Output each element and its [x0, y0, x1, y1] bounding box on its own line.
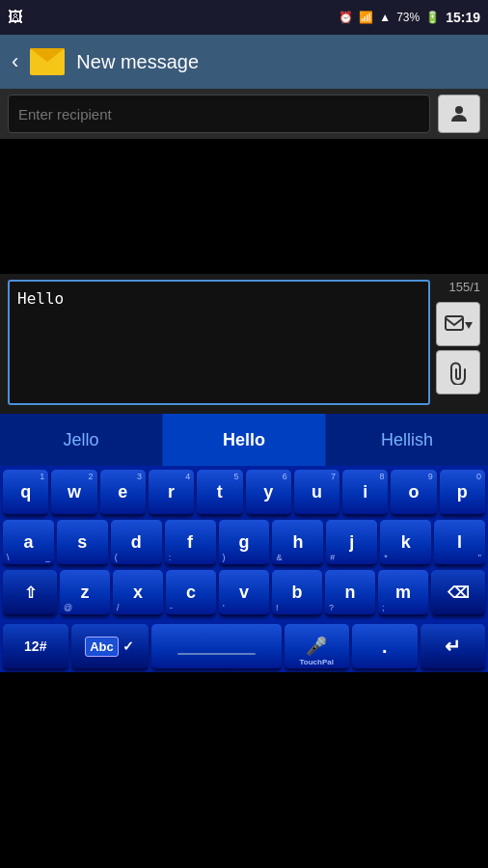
key-c[interactable]: -c: [166, 570, 216, 616]
gallery-icon: 🖼: [8, 9, 23, 26]
autocomplete-jello[interactable]: Jello: [0, 414, 163, 466]
send-button[interactable]: [436, 302, 480, 346]
key-row-3: ⇧ @z /x -c 'v !b ?n ;m ⌫: [3, 570, 485, 616]
key-r[interactable]: 4r: [149, 470, 194, 516]
key-j[interactable]: #j: [326, 520, 377, 566]
key-w[interactable]: 2w: [51, 470, 96, 516]
key-k[interactable]: *k: [380, 520, 431, 566]
key-u[interactable]: 7u: [294, 470, 339, 516]
key-e[interactable]: 3e: [100, 470, 146, 516]
key-enter[interactable]: ↵: [420, 624, 486, 670]
key-g[interactable]: )g: [219, 520, 270, 566]
key-d[interactable]: (d: [111, 520, 162, 566]
key-t[interactable]: 5t: [197, 470, 242, 516]
status-right-icons: ⏰ 📶 ▲ 73% 🔋 15:19: [339, 10, 480, 25]
battery-percent: 73%: [396, 11, 420, 24]
attach-icon: [446, 360, 471, 385]
key-space[interactable]: [151, 624, 282, 670]
key-row-2: \_a s (d :f )g &h #j *k "l: [3, 520, 485, 566]
recipient-bar: [0, 89, 488, 139]
key-n[interactable]: ?n: [325, 570, 375, 616]
key-q[interactable]: 1q: [3, 470, 48, 516]
status-left-icons: 🖼: [8, 9, 23, 26]
battery-icon: 🔋: [425, 11, 440, 24]
keyboard-bottom-row: 12# Abc ✓ 🎤 TouchPal . ↵: [0, 622, 488, 672]
back-button[interactable]: ‹: [12, 49, 18, 74]
key-l[interactable]: "l: [434, 520, 485, 566]
key-numbers[interactable]: 12#: [3, 624, 68, 670]
key-mic[interactable]: 🎤 TouchPal: [285, 624, 350, 670]
svg-marker-2: [465, 322, 473, 329]
autocomplete-bar: Jello Hello Hellish: [0, 414, 488, 466]
message-input[interactable]: Hello: [8, 280, 430, 405]
key-backspace[interactable]: ⌫: [431, 570, 485, 616]
autocomplete-hello[interactable]: Hello: [163, 414, 326, 466]
key-p[interactable]: 0p: [440, 470, 485, 516]
contact-picker-button[interactable]: [438, 95, 480, 133]
key-shift[interactable]: ⇧: [3, 570, 57, 616]
autocomplete-hellish[interactable]: Hellish: [326, 414, 488, 466]
key-z[interactable]: @z: [60, 570, 110, 616]
key-i[interactable]: 8i: [342, 470, 388, 516]
compose-actions: 155/1: [436, 280, 480, 394]
key-m[interactable]: ;m: [378, 570, 428, 616]
wifi-icon: 📶: [359, 11, 373, 24]
send-icon: [444, 312, 473, 336]
key-s[interactable]: s: [57, 520, 108, 566]
page-title: New message: [76, 51, 199, 73]
key-abc[interactable]: Abc ✓: [71, 624, 149, 670]
status-bar: 🖼 ⏰ 📶 ▲ 73% 🔋 15:19: [0, 0, 488, 35]
key-y[interactable]: 6y: [246, 470, 291, 516]
key-x[interactable]: /x: [113, 570, 163, 616]
char-count: 155/1: [436, 280, 480, 294]
alarm-icon: ⏰: [339, 11, 353, 24]
recipient-input[interactable]: [8, 95, 430, 133]
svg-rect-1: [446, 316, 463, 330]
contact-icon: [447, 102, 471, 125]
svg-point-0: [455, 106, 463, 114]
key-v[interactable]: 'v: [219, 570, 269, 616]
keyboard: 1q 2w 3e 4r 5t 6y 7u 8i 9o 0p \_a s (d :…: [0, 466, 488, 622]
clock: 15:19: [446, 10, 480, 25]
signal-icon: ▲: [379, 11, 391, 24]
key-f[interactable]: :f: [165, 520, 216, 566]
key-h[interactable]: &h: [272, 520, 323, 566]
header: ‹ New message: [0, 35, 488, 89]
attach-button[interactable]: [436, 350, 480, 394]
message-preview-area: [0, 139, 488, 274]
mail-icon: [30, 48, 65, 75]
key-o[interactable]: 9o: [391, 470, 436, 516]
key-row-1: 1q 2w 3e 4r 5t 6y 7u 8i 9o 0p: [3, 470, 485, 516]
key-period[interactable]: .: [352, 624, 418, 670]
key-a[interactable]: \_a: [3, 520, 54, 566]
compose-area: Hello 155/1: [0, 274, 488, 414]
key-b[interactable]: !b: [272, 570, 322, 616]
